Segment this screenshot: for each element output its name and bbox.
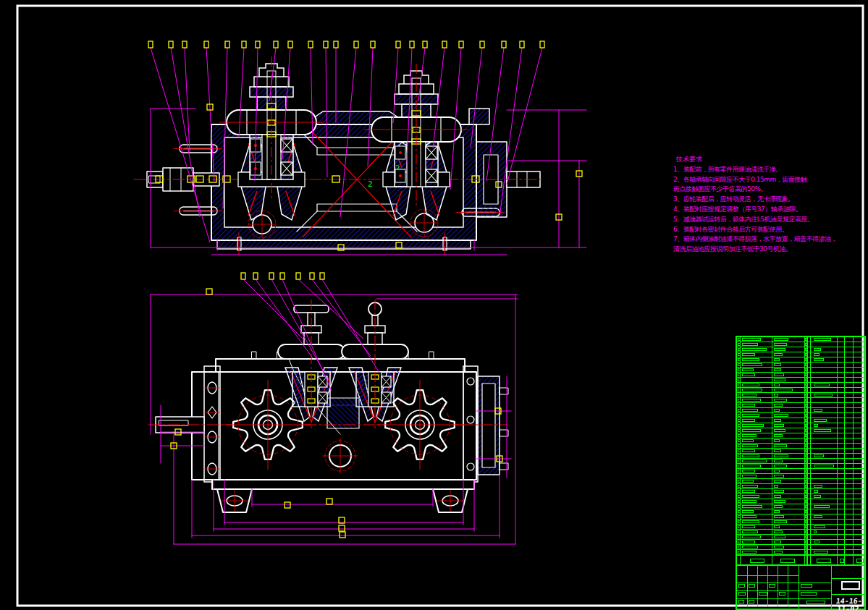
part-spec-cell xyxy=(774,404,783,407)
note-line: 2、各轴承轴向间隙应不大于0.15mm，齿面接触 xyxy=(673,175,796,185)
bom-row xyxy=(737,342,864,347)
item-number-cell xyxy=(738,424,741,427)
balloon-marker xyxy=(280,273,285,279)
cad-sheet: 2 2 xyxy=(0,0,868,610)
qty-cell xyxy=(805,465,808,467)
material-cell xyxy=(814,338,831,341)
balloon-marker xyxy=(288,41,292,48)
material-cell xyxy=(814,505,830,508)
item-number-cell xyxy=(738,419,741,422)
bom-row xyxy=(737,545,864,550)
note-line: 7、箱体内侧涂耐油漆不得脱落，水平放置，箱盖不得渗油， xyxy=(673,234,796,245)
item-number-cell xyxy=(738,444,741,447)
part-name-cell xyxy=(742,465,761,467)
part-name-cell xyxy=(742,500,757,503)
item-number-cell xyxy=(738,373,741,376)
part-name-cell xyxy=(742,454,759,457)
title-block-line xyxy=(831,594,864,595)
material-cell xyxy=(814,490,818,493)
qty-cell xyxy=(805,404,808,407)
title-block-line xyxy=(799,598,831,599)
item-number-cell xyxy=(738,378,741,381)
part-spec-cell xyxy=(774,348,785,351)
qty-cell xyxy=(805,541,808,543)
part-spec-cell xyxy=(774,520,787,523)
item-number-cell xyxy=(738,343,741,346)
qty-cell xyxy=(805,373,808,376)
material-cell xyxy=(814,515,822,518)
part-name-cell xyxy=(742,459,767,462)
qty-cell xyxy=(805,505,808,508)
part-spec-cell xyxy=(774,465,787,467)
part-name-cell xyxy=(742,510,754,513)
bom-row xyxy=(737,347,864,352)
balloon-marker xyxy=(354,41,358,48)
item-number-cell xyxy=(738,459,741,462)
part-name-cell xyxy=(742,373,755,376)
item-number-cell xyxy=(738,500,741,503)
note-line: 清洗后油池应按说明加注不低于30号机油。 xyxy=(673,245,796,255)
balloon-marker xyxy=(256,41,260,48)
title-block-line xyxy=(778,566,778,607)
part-name-cell xyxy=(742,424,764,427)
bom-header-cell xyxy=(780,559,795,563)
bom-row xyxy=(737,449,864,454)
bom-header-cell xyxy=(840,559,844,563)
note-line: 1、装配前，所有零件用煤油清洗干净。 xyxy=(673,165,796,175)
title-block-entry xyxy=(749,600,754,603)
item-number-cell xyxy=(738,449,741,452)
item-number-cell xyxy=(738,546,741,548)
material-cell xyxy=(814,348,821,351)
title-block-entry xyxy=(759,592,767,596)
part-name-cell xyxy=(742,409,758,412)
material-cell xyxy=(814,358,824,361)
part-name-cell xyxy=(742,419,755,422)
title-block-entry xyxy=(801,592,817,596)
bom-row xyxy=(737,373,864,378)
qty-cell xyxy=(805,429,808,432)
item-number-cell xyxy=(738,505,741,508)
part-spec-cell xyxy=(774,434,783,437)
part-name-cell xyxy=(742,358,759,361)
balloon-marker xyxy=(308,41,313,48)
part-name-cell xyxy=(742,368,754,371)
balloon-marker xyxy=(204,41,208,48)
qty-cell xyxy=(805,394,808,397)
qty-cell xyxy=(805,348,808,351)
part-spec-cell xyxy=(774,535,785,538)
qty-cell xyxy=(805,546,808,548)
part-name-cell xyxy=(742,541,755,543)
qty-cell xyxy=(805,409,808,412)
qty-cell xyxy=(805,500,808,503)
qty-cell xyxy=(805,495,808,498)
qty-cell xyxy=(805,389,808,391)
bom-row xyxy=(737,474,864,479)
bom-row xyxy=(737,357,864,363)
part-spec-cell xyxy=(774,343,787,346)
qty-cell xyxy=(805,353,808,356)
title-block-entry xyxy=(738,584,745,588)
item-number-cell xyxy=(738,515,741,518)
part-name-cell xyxy=(742,439,754,442)
title-block-line xyxy=(737,590,799,591)
qty-cell xyxy=(805,454,808,457)
part-name-cell xyxy=(742,535,761,538)
material-cell xyxy=(814,384,830,386)
title-block: 14-16-11-02 xyxy=(737,566,864,609)
part-name-cell xyxy=(742,480,754,483)
note-line: 6、装配时各密封件合格后方可装配使用。 xyxy=(673,225,796,235)
qty-cell xyxy=(805,358,808,361)
item-number-cell xyxy=(738,475,741,478)
part-spec-cell xyxy=(774,449,781,452)
balloon-marker xyxy=(310,273,314,279)
part-spec-cell xyxy=(774,505,783,508)
bom-row xyxy=(737,388,864,393)
bom-row xyxy=(737,499,864,504)
material-cell xyxy=(814,551,828,554)
item-number-cell xyxy=(738,389,741,391)
part-spec-cell xyxy=(774,510,780,513)
qty-cell xyxy=(805,368,808,371)
part-name-cell xyxy=(742,515,757,518)
item-number-cell xyxy=(738,495,741,498)
material-cell xyxy=(814,454,824,457)
